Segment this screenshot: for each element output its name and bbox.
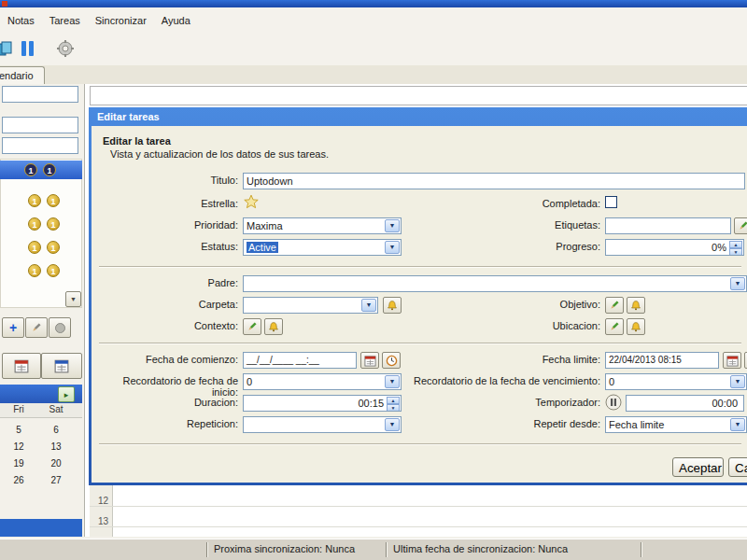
sidebar-search-input-2[interactable] — [2, 137, 78, 154]
minical-day[interactable]: 20 — [37, 458, 75, 469]
minical-day[interactable]: 13 — [37, 441, 75, 452]
minical-day-header: Fri Sat — [0, 403, 82, 418]
view-filter-bar[interactable] — [90, 86, 747, 105]
etiquetas-edit-button[interactable] — [734, 217, 747, 234]
bell-icon — [629, 300, 642, 312]
spin-down-icon[interactable]: ▼ — [729, 248, 742, 256]
contexto-edit-button[interactable] — [243, 318, 261, 335]
grid-row-number: 13 — [90, 516, 108, 526]
dialog-body: Editar la tarea Vista y actualizacion de… — [92, 126, 747, 483]
edit-button[interactable] — [25, 317, 48, 338]
day-header-sat: Sat — [37, 404, 75, 414]
gear-icon-glyph — [56, 39, 75, 58]
spin-up-icon[interactable]: ▲ — [729, 241, 742, 248]
calendar-goto-button[interactable] — [41, 353, 82, 379]
gear-icon[interactable] — [56, 39, 75, 60]
pencil-icon — [609, 321, 620, 332]
pencil-icon — [247, 321, 258, 332]
count-badge: 1 — [24, 163, 37, 176]
menu-ayuda[interactable]: Ayuda — [154, 12, 198, 29]
minical-day[interactable]: 26 — [0, 475, 37, 485]
temporizador-input[interactable]: 00:00 — [626, 395, 744, 412]
grid-row-number-column: 12 13 — [90, 485, 113, 537]
calendar-icon — [14, 358, 29, 373]
completada-checkbox[interactable] — [605, 196, 617, 208]
dialog-heading: Editar la tarea — [103, 135, 171, 147]
sync-icon-glyph — [0, 41, 13, 58]
fecha-limite-input[interactable]: 22/04/2013 08:15 — [605, 352, 719, 369]
label-completada: Completada: — [378, 198, 600, 209]
app-window: Notas Tareas Sincronizar Ayuda — [0, 0, 747, 560]
tab-calendario[interactable]: Calendario — [0, 66, 45, 85]
minical-header: ▸ — [0, 385, 82, 403]
label-recordatorio-vencimiento: Recordatorio de la fecha de vencimiento: — [378, 375, 600, 386]
status-next-sync: Proxima sincronizacion: Nunca — [214, 543, 355, 554]
sidebar-filter-input[interactable] — [2, 86, 78, 103]
task-list-panel — [0, 159, 82, 308]
grid-line — [90, 526, 747, 527]
count-badge: 1 — [43, 163, 56, 176]
minical-day[interactable]: 6 — [37, 425, 75, 435]
contexto-alarm-button[interactable] — [264, 318, 283, 335]
day-header-fri: Fri — [0, 404, 37, 414]
titulo-input[interactable]: Uptodown — [243, 173, 745, 189]
scroll-down-button[interactable]: ▼ — [65, 291, 81, 307]
add-button[interactable]: + — [2, 317, 24, 338]
count-badge: 1 — [47, 217, 60, 231]
sync-icon[interactable] — [0, 41, 13, 58]
label-contexto: Contexto: — [98, 320, 238, 331]
objetivo-edit-button[interactable] — [605, 297, 624, 314]
ubicacion-alarm-button[interactable] — [627, 318, 645, 335]
repetir-desde-select[interactable]: Fecha limite ▼ — [605, 416, 747, 433]
separator — [99, 343, 741, 344]
status-separator — [386, 542, 388, 557]
minical-next-button[interactable]: ▸ — [58, 386, 75, 402]
menu-notas[interactable]: Notas — [0, 12, 42, 29]
recordatorio-vencimiento-select[interactable]: 0 ▼ — [605, 373, 747, 390]
record-button[interactable] — [49, 317, 71, 338]
aceptar-button[interactable]: Aceptar — [672, 457, 724, 477]
dialog-title[interactable]: Editar tareas — [92, 107, 747, 126]
objetivo-alarm-button[interactable] — [627, 297, 645, 314]
app-icon — [2, 1, 7, 7]
grid-line — [90, 506, 747, 507]
minical-day[interactable]: 5 — [0, 425, 37, 435]
label-padre: Padre: — [98, 277, 238, 288]
chevron-down-icon[interactable]: ▼ — [730, 375, 745, 388]
padre-select[interactable]: ▼ — [243, 275, 747, 292]
status-separator — [206, 542, 208, 557]
count-badge: 1 — [28, 194, 41, 207]
statusbar: Proxima sincronizacion: Nunca Ultima fec… — [0, 539, 747, 560]
minical-day[interactable]: 27 — [37, 475, 75, 485]
progreso-spinner[interactable]: 0% ▲ ▼ — [605, 239, 744, 256]
fecha-comienzo-calendar-button[interactable] — [360, 352, 379, 369]
carpeta-select[interactable]: ▼ — [243, 297, 378, 314]
count-badge: 1 — [47, 241, 60, 254]
minical-day[interactable]: 12 — [0, 441, 37, 452]
sidebar-search-input[interactable] — [2, 117, 78, 133]
etiquetas-input[interactable] — [605, 217, 731, 234]
chevron-down-icon[interactable]: ▼ — [361, 299, 376, 312]
ubicacion-edit-button[interactable] — [605, 318, 624, 335]
minical-day[interactable]: 19 — [0, 458, 37, 469]
fecha-comienzo-input[interactable]: __/__/____ __:__ — [243, 352, 357, 369]
status-last-sync: Ultima fecha de sincronizacion: Nunca — [393, 543, 568, 554]
dialog-subtitle: Vista y actualizacion de los datos de su… — [110, 148, 329, 160]
label-estrella: Estrella: — [98, 198, 238, 209]
fecha-limite-calendar-button[interactable] — [723, 352, 741, 369]
chevron-down-icon[interactable]: ▼ — [730, 418, 745, 431]
calendar-icon — [54, 358, 69, 373]
cancelar-button[interactable]: Cancelar — [728, 457, 747, 477]
calendar-view-button[interactable] — [2, 353, 41, 379]
chevron-down-icon[interactable]: ▼ — [730, 277, 745, 290]
menu-sincronizar[interactable]: Sincronizar — [88, 12, 154, 29]
bell-icon — [267, 321, 280, 333]
star-icon[interactable] — [244, 194, 259, 211]
menu-tareas[interactable]: Tareas — [42, 12, 88, 29]
bell-icon — [629, 321, 642, 333]
list-item-selected[interactable]: 1 1 — [0, 161, 82, 179]
timer-pause-button[interactable] — [605, 394, 622, 413]
window-titlebar — [0, 0, 747, 7]
separator — [99, 266, 741, 268]
label-recordatorio-inicio: Recordatorio de fecha de inicio: — [98, 375, 238, 398]
